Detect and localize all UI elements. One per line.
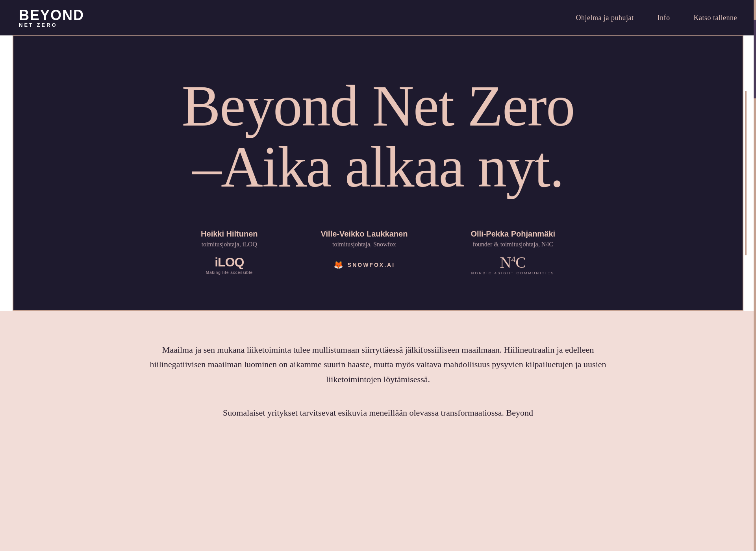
nav-recording[interactable]: Katso tallenne xyxy=(694,14,737,22)
iloq-logo-text: iLOQ xyxy=(206,255,253,270)
speaker-ville-name: Ville-Veikko Laukkanen xyxy=(321,229,408,239)
bottom-section: Maailma ja sen mukana liiketoiminta tule… xyxy=(0,311,756,551)
speaker-heikki: Heikki Hiltunen toimitusjohtaja, iLOQ iL… xyxy=(201,229,258,275)
iloq-logo-sub: Making life accessible xyxy=(206,270,253,275)
nav-info[interactable]: Info xyxy=(658,14,670,22)
logo[interactable]: BEYOND NET ZERO xyxy=(19,8,84,28)
scrollbar-track[interactable] xyxy=(754,0,756,551)
hero-title-line2: –Aika alkaa nyt. xyxy=(193,135,563,199)
speaker-ville: Ville-Veikko Laukkanen toimitusjohtaja, … xyxy=(321,229,408,275)
speaker-olli-title: founder & toimitusjohtaja, N4C xyxy=(472,241,553,248)
hero-title-line1: Beyond Net Zero xyxy=(182,74,574,138)
snowfox-icon: 🦊 xyxy=(334,260,345,270)
speaker-ville-logo: 🦊 SNOWFOX.AI xyxy=(334,255,395,275)
nav-links: Ohjelma ja puhujat Info Katso tallenne xyxy=(576,14,737,22)
speakers-row: Heikki Hiltunen toimitusjohtaja, iLOQ iL… xyxy=(45,222,711,287)
n4c-main-text: N4C xyxy=(500,255,526,270)
logo-netzero: NET ZERO xyxy=(19,22,84,28)
scrollbar-thumb[interactable] xyxy=(754,20,756,98)
hero-section: Beyond Net Zero –Aika alkaa nyt. Heikki … xyxy=(13,35,743,311)
bottom-paragraph-1: Maailma ja sen mukana liiketoiminta tule… xyxy=(142,342,614,386)
hero-title: Beyond Net Zero –Aika alkaa nyt. xyxy=(45,60,711,222)
bottom-paragraph-2: Suomalaiset yritykset tarvitsevat esikuv… xyxy=(142,405,614,420)
speaker-heikki-title: toimitusjohtaja, iLOQ xyxy=(202,241,257,248)
n4c-logo: N4C NORDIC 4SIGHT COMMUNITIES xyxy=(471,255,555,275)
speaker-olli-logo: N4C NORDIC 4SIGHT COMMUNITIES xyxy=(471,255,555,275)
n4c-sub-text: NORDIC 4SIGHT COMMUNITIES xyxy=(471,271,555,275)
logo-beyond: BEYOND xyxy=(19,8,84,22)
hero-accent-line xyxy=(745,91,747,255)
speaker-heikki-logo: iLOQ Making life accessible xyxy=(206,255,253,275)
speaker-olli: Olli-Pekka Pohjanmäki founder & toimitus… xyxy=(471,229,555,275)
snowfox-logo-text: 🦊 SNOWFOX.AI xyxy=(334,260,395,270)
navbar: BEYOND NET ZERO Ohjelma ja puhujat Info … xyxy=(0,0,756,35)
speaker-heikki-name: Heikki Hiltunen xyxy=(201,229,258,239)
speaker-olli-name: Olli-Pekka Pohjanmäki xyxy=(471,229,555,239)
speaker-ville-title: toimitusjohtaja, Snowfox xyxy=(332,241,396,248)
nav-program[interactable]: Ohjelma ja puhujat xyxy=(576,14,634,22)
snowfox-text: SNOWFOX.AI xyxy=(348,262,395,268)
